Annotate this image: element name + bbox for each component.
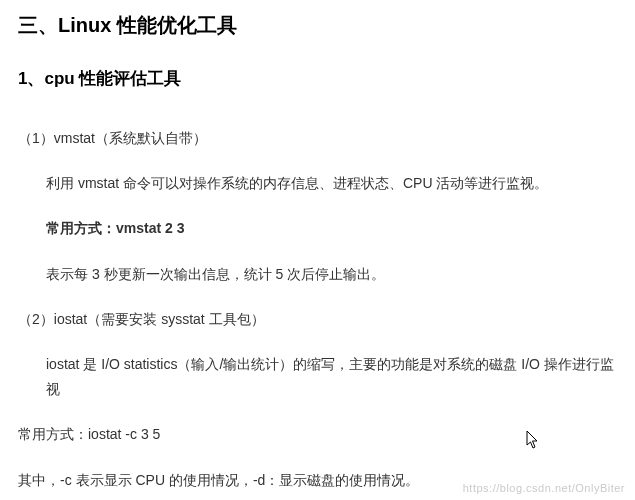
section-2-title: （2）iostat（需要安装 sysstat 工具包） [18,307,617,332]
section-1-usage: 常用方式：vmstat 2 3 [18,216,617,241]
section-1-title: （1）vmstat（系统默认自带） [18,126,617,151]
document-body: 三、Linux 性能优化工具 1、cpu 性能评估工具 （1）vmstat（系统… [0,0,635,493]
heading-sub: 1、cpu 性能评估工具 [18,67,617,90]
section-2-usage: 常用方式：iostat -c 3 5 [18,422,617,447]
section-2-desc: iostat 是 I/O statistics（输入/输出统计）的缩写，主要的功… [18,352,617,402]
section-1-desc: 利用 vmstat 命令可以对操作系统的内存信息、进程状态、CPU 活动等进行监… [18,171,617,196]
heading-main: 三、Linux 性能优化工具 [18,12,617,39]
section-1-explain: 表示每 3 秒更新一次输出信息，统计 5 次后停止输出。 [18,262,617,287]
watermark-text: https://blog.csdn.net/OnlyBiter [463,482,625,494]
